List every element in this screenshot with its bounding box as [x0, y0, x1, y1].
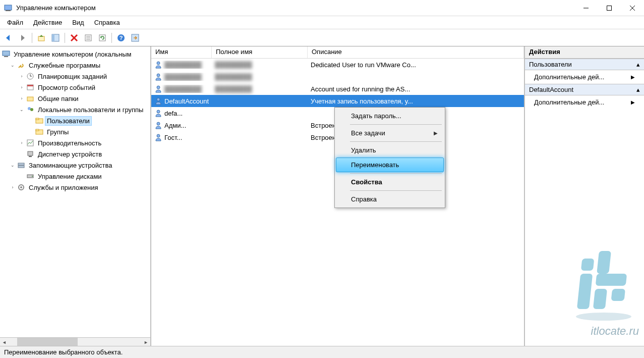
status-text: Переименование выбранного объекта.: [4, 348, 123, 356]
scroll-left-icon[interactable]: ◄: [0, 338, 9, 346]
tree-system-tools[interactable]: ⌄ Служебные программы: [0, 60, 150, 71]
expand-icon[interactable]: ›: [18, 73, 25, 80]
expand-icon[interactable]: ›: [9, 184, 16, 191]
device-icon: [26, 150, 34, 158]
delete-button[interactable]: [68, 31, 81, 44]
menu-view[interactable]: Вид: [67, 17, 89, 28]
svg-rect-20: [4, 56, 8, 57]
list-row[interactable]: ████████████████: [151, 71, 524, 83]
cell-name: ████████: [151, 73, 212, 81]
tree-services-apps[interactable]: › Службы и приложения: [0, 182, 150, 193]
actions-section-account[interactable]: DefaultAccount ▴: [525, 84, 644, 95]
user-icon: [154, 73, 162, 81]
up-button[interactable]: [35, 31, 48, 44]
app-icon: [4, 4, 12, 12]
svg-rect-26: [27, 97, 33, 101]
svg-point-39: [32, 176, 33, 177]
cell-fullname: ████████: [212, 85, 308, 93]
help-button[interactable]: ?: [114, 31, 128, 44]
tree-performance[interactable]: › Производительность: [0, 137, 150, 148]
list-row[interactable]: DefaultAccountУчетная запись пользовател…: [151, 95, 524, 107]
collapse-icon[interactable]: ⌄: [18, 106, 25, 113]
cell-name: ████████: [151, 61, 212, 69]
list-row[interactable]: ████████████████Account used for running…: [151, 83, 524, 95]
column-name[interactable]: Имя: [151, 46, 212, 58]
menu-action[interactable]: Действие: [28, 17, 67, 28]
main-area: Управление компьютером (локальным ⌄ Служ…: [0, 46, 644, 346]
show-hide-button[interactable]: [49, 31, 62, 44]
svg-rect-0: [5, 5, 12, 10]
ctx-rename[interactable]: Переименовать: [336, 158, 444, 172]
list-row[interactable]: ████████████████Dedicated User to run VM…: [151, 59, 524, 71]
expand-icon[interactable]: ›: [18, 139, 25, 146]
watermark: itlocate.ru: [568, 246, 639, 338]
performance-icon: [26, 139, 34, 147]
tree-root[interactable]: Управление компьютером (локальным: [0, 48, 150, 60]
context-menu: Задать пароль... Все задачи ▶ Удалить Пе…: [334, 107, 445, 208]
ctx-delete[interactable]: Удалить: [336, 143, 444, 158]
chevron-up-icon: ▴: [636, 61, 640, 68]
chevron-right-icon: ▶: [631, 74, 635, 80]
export-button[interactable]: [129, 31, 142, 44]
actions-section-users[interactable]: Пользователи ▴: [525, 59, 644, 70]
ctx-help[interactable]: Справка: [336, 192, 444, 207]
collapse-icon[interactable]: ⌄: [9, 62, 16, 69]
window-controls: [574, 0, 644, 16]
refresh-button[interactable]: [96, 31, 109, 44]
tree-local-users[interactable]: ⌄ Локальные пользователи и группы: [0, 104, 150, 115]
cell-fullname: ████████: [212, 73, 308, 81]
svg-point-46: [157, 110, 160, 113]
cell-name: Гост...: [151, 133, 212, 141]
tree-device-manager[interactable]: Диспетчер устройств: [0, 148, 150, 160]
menu-help[interactable]: Справка: [89, 17, 125, 28]
svg-rect-25: [27, 85, 33, 86]
tree-groups[interactable]: Группы: [0, 126, 150, 137]
ctx-separator: [350, 124, 442, 125]
menu-file[interactable]: Файл: [2, 17, 28, 28]
ctx-separator: [350, 141, 442, 142]
svg-rect-50: [577, 274, 593, 309]
column-fullname[interactable]: Полное имя: [212, 46, 308, 58]
cell-description: Account used for running the AS...: [308, 85, 524, 93]
tree-horizontal-scrollbar[interactable]: ◄ ►: [0, 337, 150, 346]
tree-storage[interactable]: ⌄ Запоминающие устройства: [0, 160, 150, 171]
cell-name: ████████: [151, 85, 212, 93]
svg-point-47: [157, 122, 160, 125]
ctx-set-password[interactable]: Задать пароль...: [336, 109, 444, 123]
event-icon: [26, 83, 34, 91]
column-description[interactable]: Описание: [308, 46, 524, 58]
tree-users[interactable]: Пользователи: [0, 115, 150, 126]
navigation-tree[interactable]: Управление компьютером (локальным ⌄ Служ…: [0, 48, 150, 193]
svg-rect-34: [28, 151, 33, 156]
close-button[interactable]: [621, 0, 644, 16]
back-button[interactable]: [2, 31, 15, 44]
tree-shared-folders[interactable]: › Общие папки: [0, 93, 150, 104]
expand-icon[interactable]: ›: [18, 95, 25, 102]
scroll-thumb[interactable]: [17, 338, 78, 346]
svg-point-28: [30, 108, 33, 111]
properties-button[interactable]: [82, 31, 95, 44]
minimize-button[interactable]: [574, 0, 598, 16]
computer-icon: [2, 50, 10, 58]
svg-point-55: [576, 313, 631, 321]
tree-task-scheduler[interactable]: › Планировщик заданий: [0, 71, 150, 82]
actions-more-account[interactable]: Дополнительные дей... ▶: [525, 95, 644, 109]
expand-icon[interactable]: ›: [18, 84, 25, 91]
tree-disk-management[interactable]: Управление дисками: [0, 171, 150, 182]
maximize-button[interactable]: [598, 0, 621, 16]
scroll-right-icon[interactable]: ►: [142, 338, 150, 346]
forward-button[interactable]: [16, 31, 29, 44]
tree-event-viewer[interactable]: › Просмотр событий: [0, 82, 150, 93]
svg-rect-54: [611, 289, 626, 301]
ctx-all-tasks[interactable]: Все задачи ▶: [336, 126, 444, 140]
collapse-icon[interactable]: ⌄: [9, 162, 16, 169]
actions-more-users[interactable]: Дополнительные дей... ▶: [525, 70, 644, 84]
cell-name: Адми...: [151, 121, 212, 129]
svg-rect-19: [3, 51, 10, 56]
list-panel: Имя Полное имя Описание ████████████████…: [151, 46, 525, 346]
watermark-logo-icon: [568, 246, 639, 322]
storage-icon: [17, 161, 25, 169]
svg-rect-37: [18, 166, 24, 168]
actions-panel: Действия Пользователи ▴ Дополнительные д…: [525, 46, 644, 346]
ctx-properties[interactable]: Свойства: [336, 175, 444, 189]
